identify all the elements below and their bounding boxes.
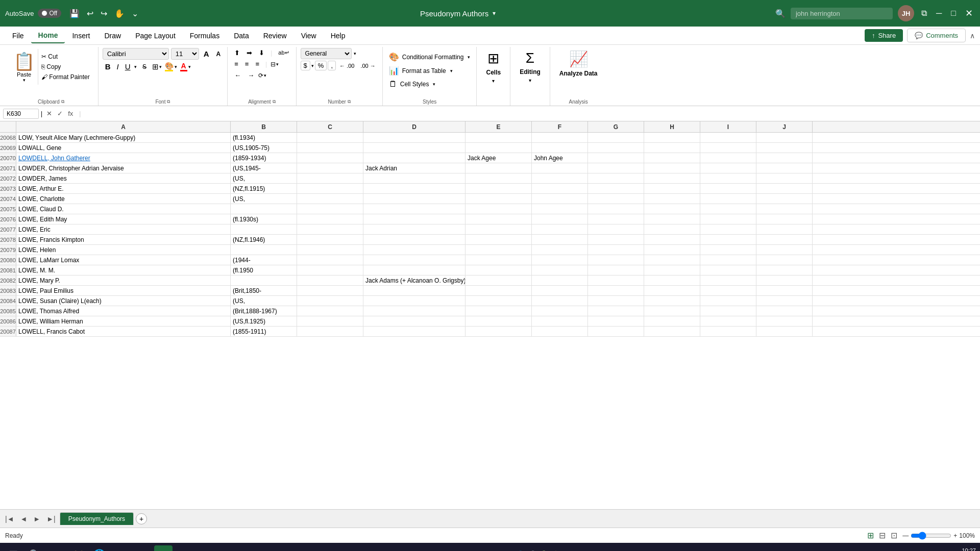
last-sheet-nav-button[interactable]: ►| <box>44 514 58 524</box>
cell-20072-h[interactable] <box>644 173 700 183</box>
cell-20080-c[interactable] <box>297 255 363 265</box>
cell-20074-a[interactable]: LOWE, Charlotte <box>16 194 231 204</box>
right-align-button[interactable]: ≡ <box>253 59 262 69</box>
cell-20085-d[interactable] <box>363 306 465 316</box>
menu-file[interactable]: File <box>5 29 31 43</box>
cell-20083-b[interactable]: (Brit,1850- <box>231 286 297 295</box>
cell-20078-f[interactable] <box>532 235 588 244</box>
confirm-formula-button[interactable]: ✓ <box>55 109 65 118</box>
cell-20080-f[interactable] <box>532 255 588 265</box>
cell-20079-d[interactable] <box>363 245 465 255</box>
cell-20074-d[interactable] <box>363 194 465 204</box>
cell-20081-d[interactable] <box>363 265 465 275</box>
cell-20084-e[interactable] <box>465 296 532 306</box>
formula-input[interactable] <box>85 109 977 118</box>
middle-align-button[interactable]: ➡ <box>244 48 255 58</box>
cell-20080-g[interactable] <box>588 255 644 265</box>
next-sheet-nav-button[interactable]: ► <box>31 514 42 524</box>
menu-draw[interactable]: Draw <box>97 29 128 43</box>
cell-20085-g[interactable] <box>588 306 644 316</box>
col-header-h[interactable]: H <box>644 121 700 132</box>
cell-20084-f[interactable] <box>532 296 588 306</box>
cell-20081-e[interactable] <box>465 265 532 275</box>
format-as-table-button[interactable]: 📊 Format as Table ▾ <box>387 65 455 77</box>
cell-20072-e[interactable] <box>465 173 532 183</box>
maximize-icon[interactable]: □ <box>949 8 958 19</box>
strikethrough-button[interactable]: S̶ <box>140 62 149 71</box>
cell-20078-j[interactable] <box>756 235 813 244</box>
cell-20086-i[interactable] <box>700 316 756 326</box>
cell-20086-e[interactable] <box>465 316 532 326</box>
col-header-g[interactable]: G <box>588 121 644 132</box>
cell-20070-j[interactable] <box>756 153 813 163</box>
wrap-text-button[interactable]: ab↵ <box>276 48 291 57</box>
decrease-indent-button[interactable]: ← <box>232 70 243 80</box>
center-align-button[interactable]: ≡ <box>242 59 252 69</box>
cell-20075-f[interactable] <box>532 204 588 214</box>
cell-20082-a[interactable]: LOWE, Mary P. <box>16 276 231 285</box>
cell-20068-c[interactable] <box>297 133 363 142</box>
cell-20070-e[interactable]: Jack Agee <box>465 153 532 163</box>
cell-20070-g[interactable] <box>588 153 644 163</box>
cell-20081-h[interactable] <box>644 265 700 275</box>
menu-help[interactable]: Help <box>324 29 353 43</box>
cell-20079-b[interactable] <box>231 245 297 255</box>
cell-20074-f[interactable] <box>532 194 588 204</box>
cell-20079-i[interactable] <box>700 245 756 255</box>
cell-20079-f[interactable] <box>532 245 588 255</box>
task-view-icon[interactable]: ⧉ <box>47 545 65 551</box>
cell-20079-g[interactable] <box>588 245 644 255</box>
cell-20076-d[interactable] <box>363 214 465 224</box>
cell-20081-c[interactable] <box>297 265 363 275</box>
cell-20078-i[interactable] <box>700 235 756 244</box>
cell-20068-f[interactable] <box>532 133 588 142</box>
decrease-decimal-button[interactable]: ← .00 <box>337 62 357 70</box>
number-expand-icon[interactable]: ⧉ <box>348 99 351 105</box>
italic-button[interactable]: I <box>114 61 121 72</box>
cell-20068-b[interactable]: (fl.1934) <box>231 133 297 142</box>
cell-20074-c[interactable] <box>297 194 363 204</box>
cell-reference-box[interactable] <box>3 109 39 119</box>
cell-20070-a[interactable]: LOWDELL, John Gatherer <box>16 153 231 163</box>
mail-icon[interactable]: ✉ <box>133 545 151 551</box>
left-align-button[interactable]: ≡ <box>232 59 241 69</box>
cell-20069-j[interactable] <box>756 143 813 153</box>
cell-20076-g[interactable] <box>588 214 644 224</box>
cell-20075-g[interactable] <box>588 204 644 214</box>
cell-20077-d[interactable] <box>363 224 465 234</box>
cancel-formula-button[interactable]: ✕ <box>44 109 54 118</box>
cells-button[interactable]: ⊞ Cells ▾ <box>481 48 506 86</box>
page-layout-view-button[interactable]: ⊟ <box>879 531 886 540</box>
cell-20081-j[interactable] <box>756 265 813 275</box>
menu-view[interactable]: View <box>294 29 324 43</box>
analyze-data-button[interactable]: 📈 Analyze Data <box>554 48 603 79</box>
cell-20077-e[interactable] <box>465 224 532 234</box>
cell-20075-a[interactable]: LOWE, Claud D. <box>16 204 231 214</box>
cell-20074-j[interactable] <box>756 194 813 204</box>
cell-20077-a[interactable]: LOWE, Eric <box>16 224 231 234</box>
first-sheet-nav-button[interactable]: |◄ <box>3 514 16 524</box>
cell-20068-a[interactable]: LOW, Yseult Alice Mary (Lechmere-Guppy) <box>16 133 231 142</box>
cell-20077-i[interactable] <box>700 224 756 234</box>
cell-20072-c[interactable] <box>297 173 363 183</box>
cell-20078-d[interactable] <box>363 235 465 244</box>
media-icon[interactable]: ▶ <box>111 545 130 551</box>
cell-20068-i[interactable] <box>700 133 756 142</box>
cell-20086-d[interactable] <box>363 316 465 326</box>
col-header-a[interactable]: A <box>16 121 231 132</box>
cell-20078-h[interactable] <box>644 235 700 244</box>
cell-20074-h[interactable] <box>644 194 700 204</box>
cell-20068-d[interactable] <box>363 133 465 142</box>
col-header-i[interactable]: I <box>700 121 756 132</box>
underline-button[interactable]: U <box>122 61 133 72</box>
cell-20084-c[interactable] <box>297 296 363 306</box>
close-icon[interactable]: ✕ <box>963 7 975 20</box>
cell-20087-j[interactable] <box>756 327 813 336</box>
cell-20071-g[interactable] <box>588 163 644 173</box>
cell-20080-e[interactable] <box>465 255 532 265</box>
cell-20087-c[interactable] <box>297 327 363 336</box>
cell-20083-f[interactable] <box>532 286 588 295</box>
cell-20077-j[interactable] <box>756 224 813 234</box>
file-explorer-icon[interactable]: 📁 <box>68 545 87 551</box>
menu-review[interactable]: Review <box>256 29 294 43</box>
